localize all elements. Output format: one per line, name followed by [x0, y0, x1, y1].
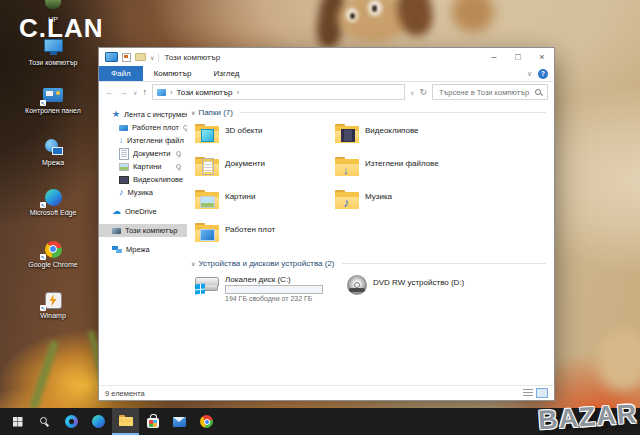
qat-customize-icon[interactable]: ∨	[150, 54, 154, 61]
folder-tile-desktop[interactable]: Работен плот	[195, 222, 335, 250]
search-input[interactable]	[437, 87, 535, 98]
folder-icon	[335, 124, 359, 143]
drive-usage-bar	[225, 285, 323, 294]
network-mini-icon	[112, 246, 122, 253]
refresh-icon[interactable]: ↻	[419, 87, 427, 97]
cortana-button[interactable]	[58, 408, 85, 435]
music-mini-icon: ♪	[119, 188, 124, 197]
desktop-icon-label: Мрежа	[42, 158, 64, 167]
taskbar-file-explorer-button[interactable]	[112, 408, 139, 435]
group-header-folders[interactable]: ∨ Папки (7)	[191, 108, 546, 117]
window-title: Този компютър	[158, 53, 220, 62]
collapse-chevron-icon[interactable]: ∨	[191, 260, 195, 267]
up-button[interactable]: ↑	[142, 87, 147, 97]
folder-tile-music[interactable]: ♪ Музика	[335, 189, 475, 217]
help-button[interactable]: ?	[538, 69, 548, 79]
drive-tile-dvd[interactable]: DVD RW устройство (D:)	[347, 274, 499, 302]
nav-item-pictures[interactable]: Картини	[99, 160, 187, 173]
taskbar-search-button[interactable]	[31, 408, 58, 435]
chevron-right-icon[interactable]: ›	[236, 88, 239, 97]
folder-label: Видеоклипове	[365, 123, 419, 151]
taskbar-mail-button[interactable]	[166, 408, 193, 435]
nav-item-videos[interactable]: Видеоклипове	[99, 173, 187, 186]
close-button[interactable]: ×	[530, 48, 554, 66]
folder-tile-pictures[interactable]: Картини	[195, 189, 335, 217]
new-folder-qat-icon[interactable]	[135, 53, 146, 61]
group-title: Устройства и дискови устройства (2)	[198, 259, 334, 268]
title-bar[interactable]: ∨ Този компютър – □ ×	[99, 48, 554, 66]
mail-icon	[173, 417, 186, 427]
desktop-icon-label: Този компютър	[29, 58, 78, 67]
desktop-icon-winamp[interactable]: ↖ Winamp	[20, 291, 86, 320]
nav-item-this-pc[interactable]: Този компютър	[99, 224, 187, 237]
folder-tile-documents[interactable]: Документи	[195, 156, 335, 184]
recent-locations-icon[interactable]: ∨	[133, 89, 137, 96]
nav-item-desktop[interactable]: Работен плот	[99, 121, 187, 134]
collapse-chevron-icon[interactable]: ∨	[191, 109, 195, 116]
hp-icon	[41, 0, 65, 13]
properties-qat-icon[interactable]	[122, 53, 131, 62]
nav-item-documents[interactable]: Документи	[99, 147, 187, 160]
shortcut-arrow-icon: ↖	[40, 100, 46, 106]
forward-button[interactable]: →	[119, 87, 128, 97]
desktop-icon-chrome[interactable]: ↖ Google Chrome	[20, 240, 86, 269]
control-panel-icon: ↖	[41, 86, 65, 104]
status-bar: 9 елемента	[99, 385, 554, 400]
folder-icon	[195, 157, 219, 176]
clan-watermark: C.LAN	[19, 13, 103, 44]
shortcut-arrow-icon: ↖	[40, 202, 46, 208]
edge-icon: ↖	[41, 188, 65, 206]
system-menu-icon[interactable]	[105, 52, 118, 62]
breadcrumb-item[interactable]: Този компютър	[177, 88, 233, 97]
documents-mini-icon	[119, 148, 129, 160]
drive-tile-local-disk[interactable]: Локален диск (C:) 194 ГБ свободни от 232…	[195, 274, 347, 302]
thumbnails-view-icon[interactable]	[536, 388, 548, 398]
tab-view[interactable]: Изглед	[203, 66, 251, 81]
taskbar-chrome-button[interactable]	[193, 408, 220, 435]
chrome-icon	[200, 415, 213, 428]
nav-item-downloads[interactable]: ↓ Изтеглени файл	[99, 134, 187, 147]
taskbar-edge-button[interactable]	[85, 408, 112, 435]
folder-tile-downloads[interactable]: ↓ Изтеглени файлове	[335, 156, 475, 184]
drive-label: Локален диск (C:)	[225, 275, 323, 284]
view-toggles	[523, 388, 548, 398]
back-button[interactable]: ←	[105, 87, 114, 97]
start-button[interactable]	[4, 408, 31, 435]
nav-item-network[interactable]: Мрежа	[99, 243, 187, 256]
folder-label: Документи	[225, 156, 265, 184]
desktop-icon-edge[interactable]: ↖ Microsoft Edge	[20, 188, 86, 217]
winamp-icon: ↖	[41, 291, 65, 309]
drives-grid: Локален диск (C:) 194 ГБ свободни от 232…	[195, 274, 546, 302]
nav-label: Документи	[133, 149, 170, 158]
nav-item-quick-access[interactable]: ★ Лента с инструменти	[99, 108, 187, 121]
desktop-icon-network[interactable]: Мрежа	[20, 138, 86, 167]
desktop-icon-control-panel[interactable]: ↖ Контролен панел	[20, 86, 86, 115]
taskbar-store-button[interactable]	[139, 408, 166, 435]
nav-item-onedrive[interactable]: ☁ OneDrive	[99, 205, 187, 218]
folder-label: 3D обекти	[225, 123, 263, 151]
download-arrow-icon: ↓	[343, 164, 349, 176]
details-view-icon[interactable]	[523, 389, 533, 397]
this-pc-mini-icon	[157, 89, 166, 96]
drive-capacity: 194 ГБ свободни от 232 ГБ	[225, 295, 323, 302]
breadcrumb[interactable]: › Този компютър ›	[152, 84, 405, 100]
nav-item-music[interactable]: ♪ Музика	[99, 186, 187, 199]
expand-ribbon-icon[interactable]: ∨	[527, 70, 532, 78]
bazar-logo: BAZAR	[537, 399, 638, 435]
folder-tile-videos[interactable]: Видеоклипове	[335, 123, 475, 151]
folder-tile-3d-objects[interactable]: 3D обекти	[195, 123, 335, 151]
group-header-devices[interactable]: ∨ Устройства и дискови устройства (2)	[191, 259, 546, 268]
group-title: Папки (7)	[198, 108, 233, 117]
tab-file[interactable]: Файл	[99, 66, 143, 81]
folder-label: Изтеглени файлове	[365, 156, 439, 184]
maximize-button[interactable]: □	[506, 48, 530, 66]
address-dropdown-icon[interactable]: ∨	[410, 89, 414, 96]
search-icon[interactable]	[535, 88, 543, 97]
3d-cube-icon	[201, 129, 214, 142]
minimize-button[interactable]: –	[482, 48, 506, 66]
picture-icon	[200, 196, 215, 208]
this-pc-mini-icon	[112, 228, 121, 234]
windows-logo-icon	[13, 417, 23, 427]
nav-label: OneDrive	[125, 207, 157, 216]
tab-computer[interactable]: Компютър	[143, 66, 203, 81]
